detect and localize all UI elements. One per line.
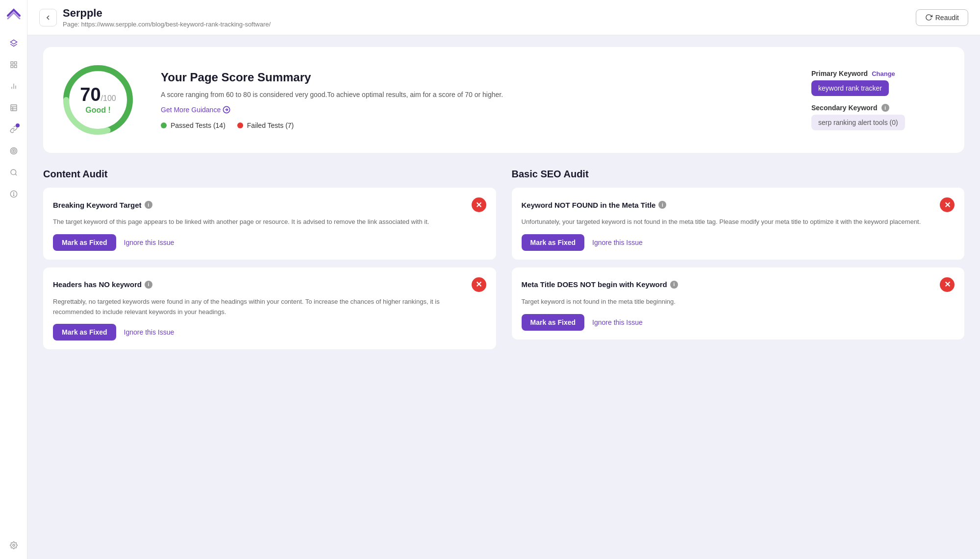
- issue-desc-1: Regrettably, no targeted keywords were f…: [53, 297, 486, 317]
- seo-issue-card-1: Meta Title DOES NOT begin with Keyword i…: [512, 267, 965, 340]
- passed-tests-badge: Passed Tests (14): [161, 122, 226, 129]
- seo-issue-title-0: Keyword NOT FOUND in the Meta Title i: [522, 201, 667, 209]
- seo-issue-info-icon-0[interactable]: i: [658, 201, 666, 209]
- page-body: 70/100 Good ! Your Page Score Summary A …: [27, 35, 980, 559]
- failed-dot: [237, 122, 243, 128]
- seo-issue-close-icon-1[interactable]: ✕: [940, 277, 955, 292]
- mark-fixed-button-0[interactable]: Mark as Fixed: [53, 234, 116, 251]
- seo-issue-actions-1: Mark as Fixed Ignore this Issue: [522, 314, 955, 331]
- seo-mark-fixed-button-0[interactable]: Mark as Fixed: [522, 234, 585, 251]
- issue-header-1: Headers has NO keyword i ✕: [53, 277, 486, 292]
- primary-keyword-label: Primary Keyword Change: [811, 70, 949, 77]
- seo-mark-fixed-button-1[interactable]: Mark as Fixed: [522, 314, 585, 331]
- secondary-keyword-info-icon[interactable]: i: [881, 104, 889, 112]
- score-title: Your Page Score Summary: [161, 71, 788, 84]
- app-logo[interactable]: [6, 8, 22, 24]
- main-content: Serpple Page: https://www.serpple.com/bl…: [27, 0, 980, 559]
- sidebar-icon-chart[interactable]: [8, 80, 20, 92]
- seo-issue-desc-0: Unfortunately, your targeted keyword is …: [522, 217, 955, 227]
- svg-point-14: [13, 150, 14, 152]
- back-button[interactable]: [39, 9, 57, 26]
- sidebar-icon-target[interactable]: [8, 145, 20, 157]
- issue-close-icon-1[interactable]: ✕: [472, 277, 486, 292]
- primary-keyword-tag: keyword rank tracker: [811, 80, 889, 96]
- content-audit-title: Content Audit: [43, 169, 496, 180]
- seo-issue-title-1: Meta Title DOES NOT begin with Keyword i: [522, 280, 678, 289]
- seo-issue-desc-1: Target keyword is not found in the meta …: [522, 297, 955, 307]
- issue-title-1: Headers has NO keyword i: [53, 280, 152, 289]
- svg-point-15: [11, 170, 16, 175]
- issue-desc-0: The target keyword of this page appears …: [53, 217, 486, 227]
- issue-info-icon-1[interactable]: i: [145, 281, 152, 289]
- passed-dot: [161, 122, 167, 128]
- seo-issue-card-0: Keyword NOT FOUND in the Meta Title i ✕ …: [512, 188, 965, 260]
- sidebar-icon-link[interactable]: [8, 123, 20, 135]
- page-header: Serpple Page: https://www.serpple.com/bl…: [27, 0, 980, 35]
- header-title-block: Serpple Page: https://www.serpple.com/bl…: [63, 7, 271, 28]
- issue-close-icon-0[interactable]: ✕: [472, 197, 486, 212]
- seo-issue-header-0: Keyword NOT FOUND in the Meta Title i ✕: [522, 197, 955, 212]
- seo-issue-actions-0: Mark as Fixed Ignore this Issue: [522, 234, 955, 251]
- sidebar-icon-table[interactable]: [8, 102, 20, 114]
- svg-point-13: [12, 149, 16, 153]
- score-description: A score ranging from 60 to 80 is conside…: [161, 89, 788, 100]
- keywords-panel: Primary Keyword Change keyword rank trac…: [811, 70, 949, 130]
- sidebar-icon-alert[interactable]: [8, 188, 20, 200]
- issue-actions-1: Mark as Fixed Ignore this Issue: [53, 324, 486, 340]
- seo-issue-header-1: Meta Title DOES NOT begin with Keyword i…: [522, 277, 955, 292]
- sidebar-icon-settings[interactable]: [8, 539, 20, 551]
- score-tests: Passed Tests (14) Failed Tests (7): [161, 122, 788, 129]
- svg-rect-1: [11, 62, 13, 64]
- svg-rect-3: [14, 65, 17, 68]
- score-info: Your Page Score Summary A score ranging …: [161, 71, 788, 129]
- content-issue-card-0: Breaking Keyword Target i ✕ The target k…: [43, 188, 496, 260]
- audit-columns: Content Audit Breaking Keyword Target i …: [43, 169, 964, 357]
- issue-header-0: Breaking Keyword Target i ✕: [53, 197, 486, 212]
- sidebar-icon-search[interactable]: [8, 167, 20, 178]
- svg-marker-0: [10, 40, 17, 44]
- svg-rect-2: [14, 62, 17, 64]
- svg-rect-8: [11, 105, 17, 111]
- score-circle: 70/100 Good !: [59, 61, 137, 139]
- sidebar-icon-layers[interactable]: [8, 37, 20, 49]
- score-summary-card: 70/100 Good ! Your Page Score Summary A …: [43, 47, 964, 153]
- seo-audit-section: Basic SEO Audit Keyword NOT FOUND in the…: [512, 169, 965, 357]
- failed-tests-badge: Failed Tests (7): [237, 122, 294, 129]
- svg-point-19: [13, 544, 15, 546]
- content-issue-card-1: Headers has NO keyword i ✕ Regrettably, …: [43, 267, 496, 350]
- ignore-issue-link-0[interactable]: Ignore this Issue: [124, 239, 175, 246]
- score-value: 70/100: [80, 85, 116, 104]
- ignore-issue-link-1[interactable]: Ignore this Issue: [124, 328, 175, 336]
- secondary-keyword-label: Secondary Keyword i: [811, 104, 949, 112]
- page-url: Page: https://www.serpple.com/blog/best-…: [63, 21, 271, 28]
- change-keyword-link[interactable]: Change: [872, 70, 895, 77]
- seo-issue-close-icon-0[interactable]: ✕: [940, 197, 955, 212]
- sidebar-icon-grid[interactable]: [8, 59, 20, 71]
- svg-point-18: [13, 195, 14, 195]
- content-audit-section: Content Audit Breaking Keyword Target i …: [43, 169, 496, 357]
- issue-info-icon-0[interactable]: i: [145, 201, 152, 209]
- mark-fixed-button-1[interactable]: Mark as Fixed: [53, 324, 116, 340]
- page-title: Serpple: [63, 7, 271, 20]
- seo-audit-title: Basic SEO Audit: [512, 169, 965, 180]
- svg-line-16: [15, 174, 17, 175]
- svg-rect-4: [11, 65, 13, 68]
- guidance-link[interactable]: Get More Guidance: [161, 106, 788, 114]
- score-center: 70/100 Good !: [80, 85, 116, 115]
- reaudit-button[interactable]: Reaudit: [916, 9, 968, 26]
- secondary-keyword-tag: serp ranking alert tools (0): [811, 115, 905, 130]
- seo-issue-info-icon-1[interactable]: i: [670, 281, 678, 289]
- seo-ignore-issue-link-0[interactable]: Ignore this Issue: [592, 239, 643, 246]
- header-left: Serpple Page: https://www.serpple.com/bl…: [39, 7, 271, 28]
- sidebar: [0, 0, 27, 559]
- score-label: Good !: [80, 106, 116, 115]
- issue-title-0: Breaking Keyword Target i: [53, 201, 152, 209]
- seo-ignore-issue-link-1[interactable]: Ignore this Issue: [592, 318, 643, 326]
- issue-actions-0: Mark as Fixed Ignore this Issue: [53, 234, 486, 251]
